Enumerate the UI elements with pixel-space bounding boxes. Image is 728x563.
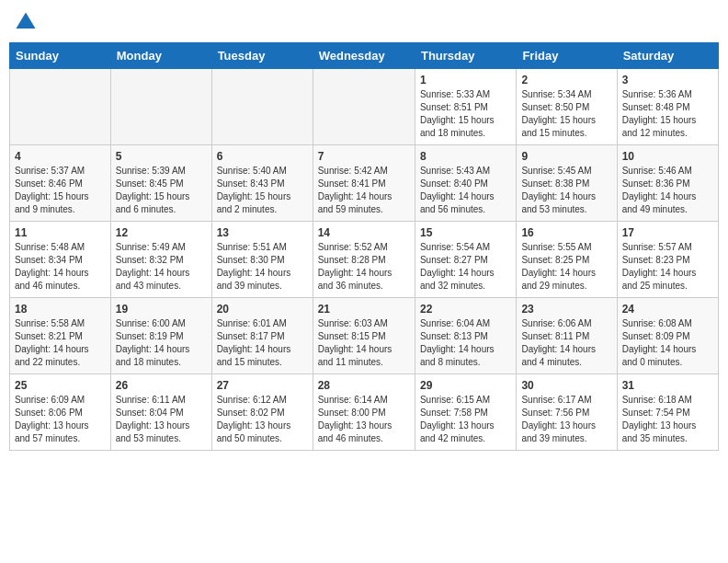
calendar-cell: 13Sunrise: 5:51 AMSunset: 8:30 PMDayligh… [211, 222, 313, 298]
logo-icon [13, 9, 39, 35]
day-number: 14 [318, 226, 410, 239]
col-header-monday: Monday [110, 43, 211, 69]
day-info: Sunrise: 5:55 AMSunset: 8:25 PMDaylight:… [521, 241, 611, 293]
calendar-cell: 3Sunrise: 5:36 AMSunset: 8:48 PMDaylight… [617, 69, 718, 145]
col-header-tuesday: Tuesday [211, 43, 313, 69]
calendar-cell [211, 69, 313, 145]
col-header-friday: Friday [517, 43, 617, 69]
day-info: Sunrise: 6:15 AMSunset: 7:58 PMDaylight:… [420, 394, 511, 445]
calendar-cell: 2Sunrise: 5:34 AMSunset: 8:50 PMDaylight… [517, 69, 617, 145]
logo [13, 9, 42, 35]
calendar-week-row: 1Sunrise: 5:33 AMSunset: 8:51 PMDaylight… [10, 69, 719, 145]
calendar-cell [313, 69, 415, 145]
day-info: Sunrise: 5:49 AMSunset: 8:32 PMDaylight:… [116, 241, 207, 293]
day-info: Sunrise: 5:48 AMSunset: 8:34 PMDaylight:… [15, 241, 106, 293]
day-info: Sunrise: 5:52 AMSunset: 8:28 PMDaylight:… [318, 241, 410, 293]
calendar-table: SundayMondayTuesdayWednesdayThursdayFrid… [9, 42, 719, 451]
col-header-saturday: Saturday [617, 43, 718, 69]
col-header-wednesday: Wednesday [313, 43, 415, 69]
day-info: Sunrise: 5:43 AMSunset: 8:40 PMDaylight:… [420, 165, 511, 216]
day-info: Sunrise: 6:08 AMSunset: 8:09 PMDaylight:… [622, 317, 713, 369]
day-number: 31 [622, 379, 713, 392]
day-info: Sunrise: 5:37 AMSunset: 8:46 PMDaylight:… [15, 165, 106, 216]
day-info: Sunrise: 6:09 AMSunset: 8:06 PMDaylight:… [15, 394, 106, 445]
page-header [9, 9, 719, 35]
day-number: 27 [217, 379, 308, 392]
day-info: Sunrise: 6:14 AMSunset: 8:00 PMDaylight:… [318, 394, 410, 445]
calendar-week-row: 11Sunrise: 5:48 AMSunset: 8:34 PMDayligh… [10, 222, 719, 298]
day-number: 25 [15, 379, 106, 392]
calendar-cell [10, 69, 111, 145]
calendar-cell: 9Sunrise: 5:45 AMSunset: 8:38 PMDaylight… [517, 145, 617, 222]
day-info: Sunrise: 6:00 AMSunset: 8:19 PMDaylight:… [116, 317, 207, 369]
day-number: 1 [420, 74, 511, 86]
day-info: Sunrise: 5:58 AMSunset: 8:21 PMDaylight:… [15, 317, 106, 369]
day-info: Sunrise: 5:57 AMSunset: 8:23 PMDaylight:… [622, 241, 713, 293]
day-info: Sunrise: 6:06 AMSunset: 8:11 PMDaylight:… [521, 317, 611, 369]
day-number: 17 [622, 226, 713, 239]
calendar-cell: 16Sunrise: 5:55 AMSunset: 8:25 PMDayligh… [517, 222, 617, 298]
day-number: 29 [420, 379, 511, 392]
calendar-cell: 30Sunrise: 6:17 AMSunset: 7:56 PMDayligh… [517, 374, 617, 451]
calendar-cell: 11Sunrise: 5:48 AMSunset: 8:34 PMDayligh… [10, 222, 111, 298]
day-number: 8 [420, 150, 511, 163]
calendar-cell: 29Sunrise: 6:15 AMSunset: 7:58 PMDayligh… [415, 374, 516, 451]
day-info: Sunrise: 6:12 AMSunset: 8:02 PMDaylight:… [217, 394, 308, 445]
calendar-cell [110, 69, 211, 145]
day-number: 18 [15, 303, 106, 316]
calendar-cell: 14Sunrise: 5:52 AMSunset: 8:28 PMDayligh… [313, 222, 415, 298]
calendar-cell: 12Sunrise: 5:49 AMSunset: 8:32 PMDayligh… [110, 222, 211, 298]
day-number: 6 [217, 150, 308, 163]
calendar-cell: 31Sunrise: 6:18 AMSunset: 7:54 PMDayligh… [617, 374, 718, 451]
day-number: 4 [15, 150, 106, 163]
day-info: Sunrise: 5:33 AMSunset: 8:51 PMDaylight:… [420, 88, 511, 140]
calendar-cell: 10Sunrise: 5:46 AMSunset: 8:36 PMDayligh… [617, 145, 718, 222]
day-number: 19 [116, 303, 207, 316]
calendar-cell: 24Sunrise: 6:08 AMSunset: 8:09 PMDayligh… [617, 298, 718, 374]
day-info: Sunrise: 5:46 AMSunset: 8:36 PMDaylight:… [622, 165, 713, 216]
day-number: 26 [116, 379, 207, 392]
calendar-cell: 8Sunrise: 5:43 AMSunset: 8:40 PMDaylight… [415, 145, 516, 222]
day-info: Sunrise: 5:51 AMSunset: 8:30 PMDaylight:… [217, 241, 308, 293]
day-number: 5 [116, 150, 207, 163]
calendar-cell: 1Sunrise: 5:33 AMSunset: 8:51 PMDaylight… [415, 69, 516, 145]
day-number: 11 [15, 226, 106, 239]
svg-marker-0 [17, 13, 36, 29]
calendar-cell: 22Sunrise: 6:04 AMSunset: 8:13 PMDayligh… [415, 298, 516, 374]
col-header-sunday: Sunday [10, 43, 111, 69]
day-number: 22 [420, 303, 511, 316]
day-number: 28 [318, 379, 410, 392]
day-number: 30 [521, 379, 611, 392]
calendar-cell: 21Sunrise: 6:03 AMSunset: 8:15 PMDayligh… [313, 298, 415, 374]
day-info: Sunrise: 6:17 AMSunset: 7:56 PMDaylight:… [521, 394, 611, 445]
calendar-cell: 6Sunrise: 5:40 AMSunset: 8:43 PMDaylight… [211, 145, 313, 222]
day-info: Sunrise: 6:03 AMSunset: 8:15 PMDaylight:… [318, 317, 410, 369]
calendar-cell: 20Sunrise: 6:01 AMSunset: 8:17 PMDayligh… [211, 298, 313, 374]
calendar-week-row: 25Sunrise: 6:09 AMSunset: 8:06 PMDayligh… [10, 374, 719, 451]
day-number: 10 [622, 150, 713, 163]
day-info: Sunrise: 5:34 AMSunset: 8:50 PMDaylight:… [521, 88, 611, 140]
day-number: 12 [116, 226, 207, 239]
day-number: 24 [622, 303, 713, 316]
day-info: Sunrise: 6:01 AMSunset: 8:17 PMDaylight:… [217, 317, 308, 369]
calendar-cell: 27Sunrise: 6:12 AMSunset: 8:02 PMDayligh… [211, 374, 313, 451]
day-info: Sunrise: 5:42 AMSunset: 8:41 PMDaylight:… [318, 165, 410, 216]
day-number: 7 [318, 150, 410, 163]
calendar-week-row: 4Sunrise: 5:37 AMSunset: 8:46 PMDaylight… [10, 145, 719, 222]
day-number: 21 [318, 303, 410, 316]
calendar-cell: 15Sunrise: 5:54 AMSunset: 8:27 PMDayligh… [415, 222, 516, 298]
day-info: Sunrise: 5:36 AMSunset: 8:48 PMDaylight:… [622, 88, 713, 140]
day-number: 13 [217, 226, 308, 239]
calendar-cell: 23Sunrise: 6:06 AMSunset: 8:11 PMDayligh… [517, 298, 617, 374]
day-number: 2 [521, 74, 611, 86]
day-info: Sunrise: 5:54 AMSunset: 8:27 PMDaylight:… [420, 241, 511, 293]
calendar-cell: 19Sunrise: 6:00 AMSunset: 8:19 PMDayligh… [110, 298, 211, 374]
day-info: Sunrise: 6:04 AMSunset: 8:13 PMDaylight:… [420, 317, 511, 369]
calendar-week-row: 18Sunrise: 5:58 AMSunset: 8:21 PMDayligh… [10, 298, 719, 374]
day-info: Sunrise: 5:45 AMSunset: 8:38 PMDaylight:… [521, 165, 611, 216]
day-number: 9 [521, 150, 611, 163]
day-number: 3 [622, 74, 713, 86]
day-number: 20 [217, 303, 308, 316]
calendar-cell: 4Sunrise: 5:37 AMSunset: 8:46 PMDaylight… [10, 145, 111, 222]
calendar-cell: 25Sunrise: 6:09 AMSunset: 8:06 PMDayligh… [10, 374, 111, 451]
